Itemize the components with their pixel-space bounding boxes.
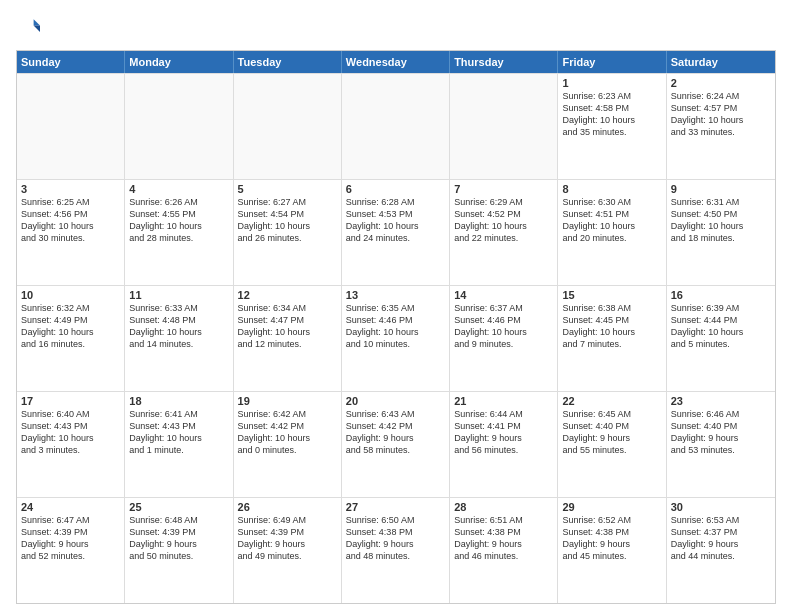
cal-cell-1: 1Sunrise: 6:23 AM Sunset: 4:58 PM Daylig…	[558, 74, 666, 179]
cal-cell-7: 7Sunrise: 6:29 AM Sunset: 4:52 PM Daylig…	[450, 180, 558, 285]
cal-cell-15: 15Sunrise: 6:38 AM Sunset: 4:45 PM Dayli…	[558, 286, 666, 391]
header-day-tuesday: Tuesday	[234, 51, 342, 73]
day-number: 14	[454, 289, 553, 301]
cal-cell-25: 25Sunrise: 6:48 AM Sunset: 4:39 PM Dayli…	[125, 498, 233, 603]
day-number: 23	[671, 395, 771, 407]
svg-marker-0	[34, 19, 40, 25]
day-number: 12	[238, 289, 337, 301]
cal-cell-empty-0-2	[234, 74, 342, 179]
day-info: Sunrise: 6:51 AM Sunset: 4:38 PM Dayligh…	[454, 514, 553, 563]
day-info: Sunrise: 6:52 AM Sunset: 4:38 PM Dayligh…	[562, 514, 661, 563]
day-number: 5	[238, 183, 337, 195]
logo-icon	[16, 16, 40, 40]
cal-cell-24: 24Sunrise: 6:47 AM Sunset: 4:39 PM Dayli…	[17, 498, 125, 603]
cal-cell-6: 6Sunrise: 6:28 AM Sunset: 4:53 PM Daylig…	[342, 180, 450, 285]
cal-cell-2: 2Sunrise: 6:24 AM Sunset: 4:57 PM Daylig…	[667, 74, 775, 179]
day-number: 21	[454, 395, 553, 407]
day-info: Sunrise: 6:37 AM Sunset: 4:46 PM Dayligh…	[454, 302, 553, 351]
cal-cell-10: 10Sunrise: 6:32 AM Sunset: 4:49 PM Dayli…	[17, 286, 125, 391]
cal-cell-3: 3Sunrise: 6:25 AM Sunset: 4:56 PM Daylig…	[17, 180, 125, 285]
header-day-saturday: Saturday	[667, 51, 775, 73]
day-info: Sunrise: 6:23 AM Sunset: 4:58 PM Dayligh…	[562, 90, 661, 139]
cal-cell-9: 9Sunrise: 6:31 AM Sunset: 4:50 PM Daylig…	[667, 180, 775, 285]
day-info: Sunrise: 6:48 AM Sunset: 4:39 PM Dayligh…	[129, 514, 228, 563]
cal-cell-19: 19Sunrise: 6:42 AM Sunset: 4:42 PM Dayli…	[234, 392, 342, 497]
day-number: 13	[346, 289, 445, 301]
header-day-wednesday: Wednesday	[342, 51, 450, 73]
day-info: Sunrise: 6:24 AM Sunset: 4:57 PM Dayligh…	[671, 90, 771, 139]
day-number: 4	[129, 183, 228, 195]
cal-cell-29: 29Sunrise: 6:52 AM Sunset: 4:38 PM Dayli…	[558, 498, 666, 603]
day-info: Sunrise: 6:25 AM Sunset: 4:56 PM Dayligh…	[21, 196, 120, 245]
day-info: Sunrise: 6:31 AM Sunset: 4:50 PM Dayligh…	[671, 196, 771, 245]
day-number: 7	[454, 183, 553, 195]
day-number: 1	[562, 77, 661, 89]
logo	[16, 16, 44, 40]
day-number: 28	[454, 501, 553, 513]
day-number: 27	[346, 501, 445, 513]
header-day-friday: Friday	[558, 51, 666, 73]
cal-row-0: 1Sunrise: 6:23 AM Sunset: 4:58 PM Daylig…	[17, 73, 775, 179]
day-info: Sunrise: 6:28 AM Sunset: 4:53 PM Dayligh…	[346, 196, 445, 245]
cal-cell-13: 13Sunrise: 6:35 AM Sunset: 4:46 PM Dayli…	[342, 286, 450, 391]
day-number: 3	[21, 183, 120, 195]
cal-cell-20: 20Sunrise: 6:43 AM Sunset: 4:42 PM Dayli…	[342, 392, 450, 497]
day-info: Sunrise: 6:47 AM Sunset: 4:39 PM Dayligh…	[21, 514, 120, 563]
cal-row-3: 17Sunrise: 6:40 AM Sunset: 4:43 PM Dayli…	[17, 391, 775, 497]
cal-cell-empty-0-4	[450, 74, 558, 179]
svg-marker-1	[34, 26, 40, 32]
cal-cell-21: 21Sunrise: 6:44 AM Sunset: 4:41 PM Dayli…	[450, 392, 558, 497]
day-number: 24	[21, 501, 120, 513]
cal-cell-8: 8Sunrise: 6:30 AM Sunset: 4:51 PM Daylig…	[558, 180, 666, 285]
day-info: Sunrise: 6:26 AM Sunset: 4:55 PM Dayligh…	[129, 196, 228, 245]
day-info: Sunrise: 6:39 AM Sunset: 4:44 PM Dayligh…	[671, 302, 771, 351]
day-number: 30	[671, 501, 771, 513]
cal-cell-26: 26Sunrise: 6:49 AM Sunset: 4:39 PM Dayli…	[234, 498, 342, 603]
day-info: Sunrise: 6:32 AM Sunset: 4:49 PM Dayligh…	[21, 302, 120, 351]
cal-cell-23: 23Sunrise: 6:46 AM Sunset: 4:40 PM Dayli…	[667, 392, 775, 497]
day-number: 15	[562, 289, 661, 301]
day-number: 19	[238, 395, 337, 407]
day-info: Sunrise: 6:50 AM Sunset: 4:38 PM Dayligh…	[346, 514, 445, 563]
cal-cell-28: 28Sunrise: 6:51 AM Sunset: 4:38 PM Dayli…	[450, 498, 558, 603]
day-info: Sunrise: 6:46 AM Sunset: 4:40 PM Dayligh…	[671, 408, 771, 457]
cal-cell-17: 17Sunrise: 6:40 AM Sunset: 4:43 PM Dayli…	[17, 392, 125, 497]
cal-cell-empty-0-0	[17, 74, 125, 179]
cal-cell-18: 18Sunrise: 6:41 AM Sunset: 4:43 PM Dayli…	[125, 392, 233, 497]
day-number: 8	[562, 183, 661, 195]
cal-cell-12: 12Sunrise: 6:34 AM Sunset: 4:47 PM Dayli…	[234, 286, 342, 391]
day-number: 9	[671, 183, 771, 195]
day-number: 22	[562, 395, 661, 407]
header-day-monday: Monday	[125, 51, 233, 73]
cal-row-1: 3Sunrise: 6:25 AM Sunset: 4:56 PM Daylig…	[17, 179, 775, 285]
cal-cell-16: 16Sunrise: 6:39 AM Sunset: 4:44 PM Dayli…	[667, 286, 775, 391]
cal-cell-empty-0-3	[342, 74, 450, 179]
cal-cell-4: 4Sunrise: 6:26 AM Sunset: 4:55 PM Daylig…	[125, 180, 233, 285]
day-number: 16	[671, 289, 771, 301]
day-number: 11	[129, 289, 228, 301]
day-info: Sunrise: 6:45 AM Sunset: 4:40 PM Dayligh…	[562, 408, 661, 457]
day-number: 2	[671, 77, 771, 89]
day-info: Sunrise: 6:35 AM Sunset: 4:46 PM Dayligh…	[346, 302, 445, 351]
calendar-header: SundayMondayTuesdayWednesdayThursdayFrid…	[17, 51, 775, 73]
day-info: Sunrise: 6:41 AM Sunset: 4:43 PM Dayligh…	[129, 408, 228, 457]
header-day-thursday: Thursday	[450, 51, 558, 73]
cal-cell-27: 27Sunrise: 6:50 AM Sunset: 4:38 PM Dayli…	[342, 498, 450, 603]
day-number: 29	[562, 501, 661, 513]
day-info: Sunrise: 6:38 AM Sunset: 4:45 PM Dayligh…	[562, 302, 661, 351]
day-info: Sunrise: 6:33 AM Sunset: 4:48 PM Dayligh…	[129, 302, 228, 351]
cal-cell-14: 14Sunrise: 6:37 AM Sunset: 4:46 PM Dayli…	[450, 286, 558, 391]
cal-cell-11: 11Sunrise: 6:33 AM Sunset: 4:48 PM Dayli…	[125, 286, 233, 391]
calendar-body: 1Sunrise: 6:23 AM Sunset: 4:58 PM Daylig…	[17, 73, 775, 603]
day-number: 18	[129, 395, 228, 407]
header-day-sunday: Sunday	[17, 51, 125, 73]
day-info: Sunrise: 6:44 AM Sunset: 4:41 PM Dayligh…	[454, 408, 553, 457]
day-info: Sunrise: 6:29 AM Sunset: 4:52 PM Dayligh…	[454, 196, 553, 245]
day-number: 20	[346, 395, 445, 407]
day-info: Sunrise: 6:49 AM Sunset: 4:39 PM Dayligh…	[238, 514, 337, 563]
cal-cell-30: 30Sunrise: 6:53 AM Sunset: 4:37 PM Dayli…	[667, 498, 775, 603]
calendar: SundayMondayTuesdayWednesdayThursdayFrid…	[16, 50, 776, 604]
day-number: 26	[238, 501, 337, 513]
cal-cell-22: 22Sunrise: 6:45 AM Sunset: 4:40 PM Dayli…	[558, 392, 666, 497]
day-number: 6	[346, 183, 445, 195]
